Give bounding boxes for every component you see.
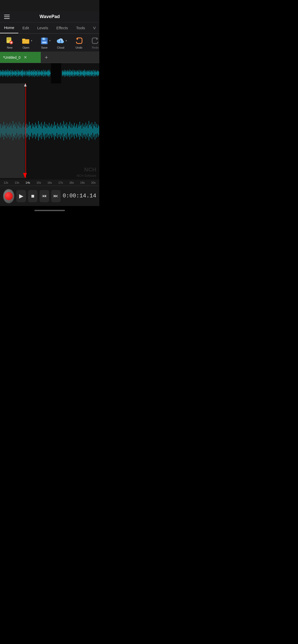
- open-icon: [21, 36, 31, 46]
- time-label-20s: 20s: [91, 181, 96, 184]
- home-bar: [0, 206, 99, 215]
- time-label-18s: 18s: [69, 181, 74, 184]
- stop-button[interactable]: ■: [28, 190, 37, 202]
- cloud-label: Cloud: [57, 46, 64, 49]
- undo-icon: [74, 36, 84, 46]
- time-label-16s: 16s: [47, 181, 52, 184]
- svg-rect-13: [42, 42, 46, 43]
- tab-bar: Home Edit Levels Effects Tools V: [0, 22, 99, 34]
- file-tab-name: *Untitled_0: [3, 55, 21, 60]
- time-label-17s: 17s: [58, 181, 63, 184]
- play-button[interactable]: ▶: [16, 190, 26, 202]
- tab-effects[interactable]: Effects: [52, 22, 72, 33]
- playhead-line: [25, 83, 26, 178]
- overview-waveform-svg: [0, 63, 99, 83]
- cloud-button[interactable]: ▼ Cloud: [53, 35, 68, 50]
- redo-label: Redo: [92, 46, 99, 49]
- rewind-button[interactable]: ⏮: [39, 190, 49, 202]
- waveform-overview[interactable]: [0, 63, 99, 83]
- svg-rect-7: [22, 39, 25, 40]
- svg-rect-2: [7, 39, 11, 39]
- file-tab-bar: *Untitled_0 ✕ +: [0, 52, 99, 63]
- redo-button[interactable]: Redo: [88, 35, 99, 50]
- svg-rect-11: [43, 38, 44, 40]
- redo-icon: [91, 36, 99, 46]
- menu-icon-line1: [4, 15, 10, 15]
- tab-more[interactable]: V: [89, 22, 99, 33]
- time-label-15s: 15s: [36, 181, 41, 184]
- file-tab-add-button[interactable]: +: [41, 52, 52, 63]
- playback-time: 0:00:14.14: [63, 193, 96, 199]
- cloud-icon: [56, 36, 65, 46]
- time-label-12s: 12s: [4, 181, 8, 184]
- new-icon: ✦: [5, 36, 14, 46]
- tab-home[interactable]: Home: [0, 22, 18, 33]
- time-label-13s: 13s: [15, 181, 19, 184]
- waveform-editor[interactable]: NCH NCH Software 12s 13s 14s 15s 16s 17s…: [0, 83, 99, 186]
- tab-tools[interactable]: Tools: [72, 22, 89, 33]
- nch-logo: NCH: [77, 166, 96, 174]
- record-button[interactable]: [3, 189, 14, 203]
- svg-rect-122: [51, 63, 61, 83]
- tab-levels[interactable]: Levels: [33, 22, 52, 33]
- open-button[interactable]: ▼ Open: [18, 35, 34, 50]
- header: WavePad: [0, 11, 99, 22]
- nch-software-label: NCH Software: [77, 174, 96, 178]
- time-ruler: 12s 13s 14s 15s 16s 17s 18s 19s 20s: [0, 180, 99, 186]
- svg-text:✦: ✦: [10, 41, 12, 44]
- toolbar: ✦ New ▼ Open: [0, 34, 99, 52]
- svg-rect-8: [23, 40, 29, 43]
- undo-label: Undo: [76, 46, 82, 49]
- open-dropdown-arrow: ▼: [31, 40, 33, 42]
- save-icon: [40, 36, 49, 46]
- selection-overlay: [0, 83, 25, 178]
- home-indicator: [34, 210, 65, 211]
- undo-button[interactable]: Undo: [71, 35, 87, 50]
- time-label-19s: 19s: [80, 181, 85, 184]
- record-indicator: [5, 192, 13, 200]
- save-label: Save: [41, 46, 47, 49]
- file-tab-close-button[interactable]: ✕: [24, 55, 27, 60]
- add-tab-icon: +: [45, 54, 48, 61]
- menu-button[interactable]: [4, 13, 12, 21]
- transport-bar: ▶ ■ ⏮ ⏭ 0:00:14.14: [0, 186, 99, 206]
- save-dropdown-arrow: ▼: [49, 40, 51, 42]
- app-title: WavePad: [39, 14, 60, 19]
- cloud-dropdown-arrow: ▼: [65, 40, 67, 42]
- menu-icon-line3: [4, 18, 10, 19]
- tab-edit[interactable]: Edit: [18, 22, 33, 33]
- open-label: Open: [23, 46, 30, 49]
- svg-rect-3: [7, 40, 10, 40]
- app-container: WavePad Home Edit Levels Effects Tools V…: [0, 0, 99, 215]
- status-bar: [0, 0, 99, 11]
- fast-forward-button[interactable]: ⏭: [51, 190, 61, 202]
- menu-icon-line2: [4, 17, 10, 17]
- save-button[interactable]: ▼ Save: [37, 35, 52, 50]
- time-label-14s: 14s: [25, 181, 30, 184]
- new-label: New: [7, 46, 12, 49]
- svg-rect-1: [7, 38, 11, 38]
- nch-watermark: NCH NCH Software: [77, 166, 96, 178]
- file-tab-untitled[interactable]: *Untitled_0 ✕: [0, 52, 41, 63]
- new-button[interactable]: ✦ New: [2, 35, 17, 50]
